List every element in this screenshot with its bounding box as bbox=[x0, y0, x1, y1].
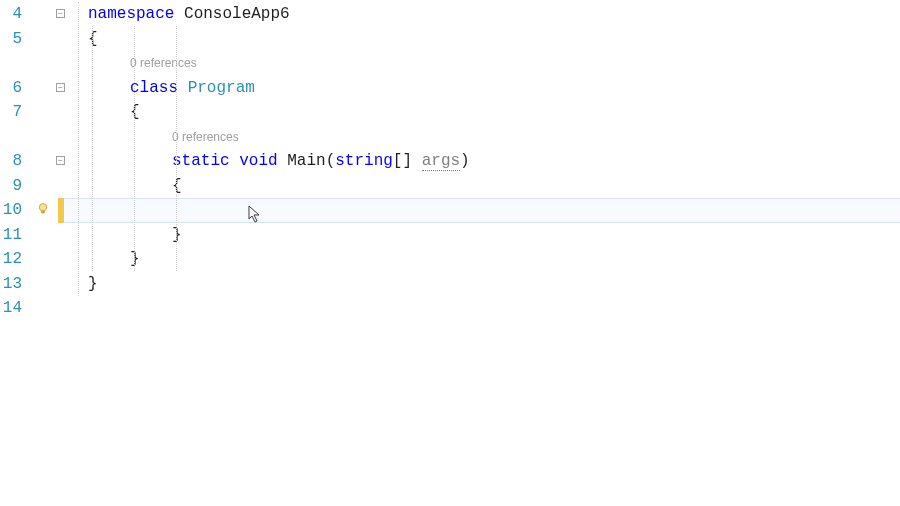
margin-row bbox=[28, 198, 64, 223]
indent-guide bbox=[134, 26, 135, 271]
token bbox=[278, 152, 288, 170]
token: ) bbox=[460, 152, 470, 170]
margin-row bbox=[28, 149, 64, 174]
svg-rect-1 bbox=[41, 211, 45, 214]
code-line[interactable] bbox=[64, 198, 900, 223]
margin-row bbox=[28, 296, 64, 321]
code-line[interactable]: } bbox=[64, 223, 900, 248]
code-line[interactable]: } bbox=[64, 247, 900, 272]
token: Program bbox=[188, 79, 255, 97]
line-number: 9 bbox=[0, 174, 22, 199]
line-number bbox=[0, 51, 22, 76]
code-line[interactable]: { bbox=[64, 27, 900, 52]
lightbulb-icon[interactable] bbox=[36, 202, 50, 216]
line-number: 6 bbox=[0, 76, 22, 101]
margin-row bbox=[28, 174, 64, 199]
line-number: 8 bbox=[0, 149, 22, 174]
line-number-gutter: 4567891011121314 bbox=[0, 0, 28, 506]
line-number: 7 bbox=[0, 100, 22, 125]
token: } bbox=[88, 275, 98, 293]
line-number: 5 bbox=[0, 27, 22, 52]
code-line[interactable]: { bbox=[64, 100, 900, 125]
token: namespace bbox=[88, 5, 174, 23]
token bbox=[174, 5, 184, 23]
line-number: 12 bbox=[0, 247, 22, 272]
token: ( bbox=[326, 152, 336, 170]
token bbox=[178, 79, 188, 97]
code-line[interactable]: class Program bbox=[64, 76, 900, 101]
indent-guide bbox=[78, 2, 79, 296]
margin-row bbox=[28, 100, 64, 125]
line-number: 10 bbox=[0, 198, 22, 223]
margin-row bbox=[28, 51, 64, 76]
margin-row bbox=[28, 27, 64, 52]
line-number: 4 bbox=[0, 2, 22, 27]
margin-row bbox=[28, 223, 64, 248]
code-line[interactable] bbox=[64, 296, 900, 321]
code-area[interactable]: namespace ConsoleApp6{0 referencesclass … bbox=[64, 0, 900, 506]
margin-row bbox=[28, 125, 64, 150]
editor-margin bbox=[28, 0, 64, 506]
margin-row bbox=[28, 272, 64, 297]
token: Main bbox=[287, 152, 325, 170]
margin-row bbox=[28, 2, 64, 27]
margin-row bbox=[28, 76, 64, 101]
codelens-references[interactable]: 0 references bbox=[64, 51, 900, 76]
svg-point-0 bbox=[39, 204, 46, 211]
line-number: 13 bbox=[0, 272, 22, 297]
token: args bbox=[422, 152, 460, 171]
token: void bbox=[239, 152, 277, 170]
code-editor[interactable]: 4567891011121314 namespace ConsoleApp6{0… bbox=[0, 0, 900, 506]
token: [] bbox=[393, 152, 422, 170]
codelens-references[interactable]: 0 references bbox=[64, 125, 900, 150]
code-line[interactable]: static void Main(string[] args) bbox=[64, 149, 900, 174]
token: ConsoleApp6 bbox=[184, 5, 290, 23]
line-number: 11 bbox=[0, 223, 22, 248]
code-line[interactable]: namespace ConsoleApp6 bbox=[64, 2, 900, 27]
code-line[interactable]: } bbox=[64, 272, 900, 297]
token bbox=[230, 152, 240, 170]
token: string bbox=[335, 152, 393, 170]
indent-guide bbox=[92, 26, 93, 271]
margin-row bbox=[28, 247, 64, 272]
token: class bbox=[130, 79, 178, 97]
code-line[interactable]: { bbox=[64, 174, 900, 199]
token: static bbox=[172, 152, 230, 170]
line-number: 14 bbox=[0, 296, 22, 321]
line-number bbox=[0, 125, 22, 150]
indent-guide bbox=[176, 26, 177, 271]
